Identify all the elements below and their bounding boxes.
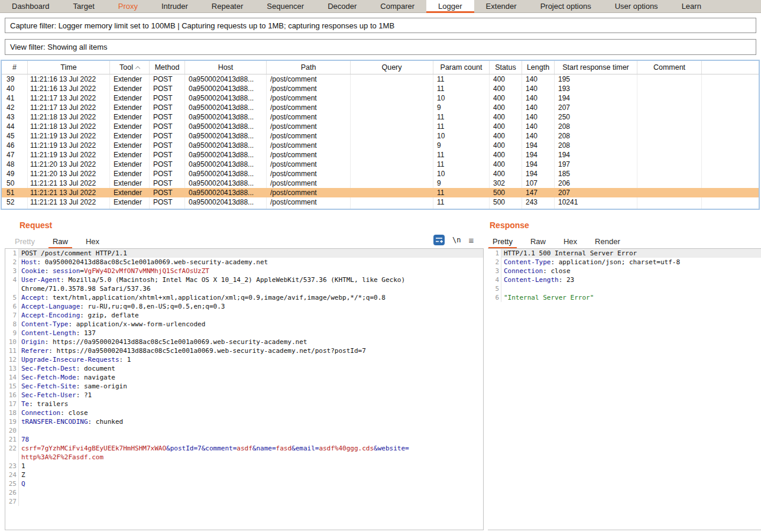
- cell-comment: [637, 122, 702, 131]
- cell-comment: [637, 93, 702, 103]
- column-header-method[interactable]: Method: [150, 61, 185, 74]
- tab-user-options[interactable]: User options: [603, 0, 670, 12]
- cell-method: POST: [150, 141, 185, 150]
- cell-tool: Extender: [110, 160, 150, 169]
- cell-host: 0a9500020413d88...: [185, 207, 267, 210]
- code-line: 26: [5, 488, 483, 497]
- cell-host: 0a9500020413d88...: [185, 131, 267, 141]
- main-tab-bar: DashboardTargetProxyIntruderRepeaterSequ…: [0, 0, 761, 13]
- newline-toggle-icon[interactable]: \n: [452, 236, 461, 244]
- logger-table[interactable]: #TimeToolMethodHostPathQueryParam countS…: [1, 60, 760, 210]
- column-header-tool[interactable]: Tool: [110, 61, 150, 74]
- cell-time: 11:21:19 13 Jul 2022: [28, 131, 110, 141]
- table-row[interactable]: 5111:21:21 13 Jul 2022ExtenderPOST0a9500…: [2, 188, 759, 197]
- cell-time: 11:21:17 13 Jul 2022: [28, 103, 110, 112]
- line-text: Content-Type: application/x-www-form-url…: [19, 320, 483, 329]
- code-line: 18Connection: close: [5, 408, 483, 417]
- response-tab-render[interactable]: Render: [590, 236, 626, 247]
- editor-search-icon[interactable]: [433, 235, 445, 245]
- table-row[interactable]: 4811:21:20 13 Jul 2022ExtenderPOST0a9500…: [2, 160, 759, 169]
- column-header-host[interactable]: Host: [185, 61, 267, 74]
- code-line: Chrome/71.0.3578.98 Safari/537.36: [5, 284, 483, 293]
- line-number: 6: [5, 302, 18, 311]
- code-line: 24Z: [5, 471, 483, 479]
- cell-length: 140: [522, 84, 555, 93]
- line-text: Z: [19, 471, 483, 479]
- response-tab-pretty[interactable]: Pretty: [487, 236, 518, 247]
- tab-proxy[interactable]: Proxy: [106, 0, 150, 12]
- request-tab-raw[interactable]: Raw: [47, 236, 73, 247]
- code-line: 17Te: trailers: [5, 400, 483, 408]
- line-text: Accept-Language: ru-RU,ru;q=0.8,en-US;q=…: [19, 302, 483, 311]
- column-header-path[interactable]: Path: [267, 61, 351, 74]
- line-number: 4: [488, 275, 501, 284]
- tab-extender[interactable]: Extender: [474, 0, 529, 12]
- tab-target[interactable]: Target: [61, 0, 106, 12]
- line-number: 10: [5, 338, 18, 346]
- view-filter-bar[interactable]: View filter: Showing all items: [5, 39, 756, 55]
- column-header-comment[interactable]: Comment: [637, 61, 702, 74]
- code-line: 8Content-Type: application/x-www-form-ur…: [5, 320, 483, 329]
- table-row[interactable]: 5211:21:21 13 Jul 2022ExtenderPOST0a9500…: [2, 197, 759, 207]
- request-tab-hex[interactable]: Hex: [80, 236, 105, 247]
- code-line: 16Sec-Fetch-User: ?1: [5, 391, 483, 400]
- line-text: Cookie: session=VgFWy4D2vMfON7vMNMhjQ1Sc…: [19, 267, 483, 275]
- code-line: 3Cookie: session=VgFWy4D2vMfON7vMNMhjQ1S…: [5, 267, 483, 275]
- editor-menu-icon[interactable]: ≡: [468, 235, 474, 245]
- request-tabs: PrettyRawHex: [9, 235, 112, 247]
- table-row[interactable]: 4011:21:16 13 Jul 2022ExtenderPOST0a9500…: [2, 84, 759, 93]
- line-number: 2: [488, 258, 501, 267]
- line-number: 11: [5, 346, 18, 355]
- table-row[interactable]: 4911:21:20 13 Jul 2022ExtenderPOST0a9500…: [2, 169, 759, 179]
- column-header-param-count[interactable]: Param count: [433, 61, 490, 74]
- line-number: 21: [5, 435, 18, 444]
- tab-logger[interactable]: Logger: [426, 0, 474, 12]
- cell-filler: [702, 84, 759, 93]
- table-row[interactable]: 4711:21:19 13 Jul 2022ExtenderPOST0a9500…: [2, 150, 759, 160]
- cell-param_count: 11: [433, 188, 490, 197]
- cell-comment: [637, 150, 702, 160]
- response-tab-hex[interactable]: Hex: [558, 236, 582, 247]
- tab-project-options[interactable]: Project options: [529, 0, 603, 12]
- tab-repeater[interactable]: Repeater: [200, 0, 255, 12]
- tab-dashboard[interactable]: Dashboard: [0, 0, 61, 12]
- tab-intruder[interactable]: Intruder: [150, 0, 200, 12]
- table-row[interactable]: 5011:21:21 13 Jul 2022ExtenderPOST0a9500…: [2, 179, 759, 188]
- table-row[interactable]: 4211:21:17 13 Jul 2022ExtenderPOST0a9500…: [2, 103, 759, 112]
- column-header-num[interactable]: #: [2, 61, 28, 74]
- cell-query: [351, 169, 433, 179]
- line-text: Sec-Fetch-Site: same-origin: [19, 382, 483, 391]
- column-header-start-response-timer[interactable]: Start response timer: [555, 61, 637, 74]
- table-row[interactable]: 5311:21:22 13 Jul 2022ExtenderPOST0a9500…: [2, 207, 759, 210]
- table-row[interactable]: 3911:21:16 13 Jul 2022ExtenderPOST0a9500…: [2, 74, 759, 84]
- request-tab-pretty[interactable]: Pretty: [9, 236, 40, 247]
- column-header-query[interactable]: Query: [351, 61, 433, 74]
- table-row[interactable]: 4411:21:18 13 Jul 2022ExtenderPOST0a9500…: [2, 122, 759, 131]
- cell-query: [351, 131, 433, 141]
- table-row[interactable]: 4311:21:18 13 Jul 2022ExtenderPOST0a9500…: [2, 112, 759, 122]
- cell-query: [351, 74, 433, 84]
- column-header-length[interactable]: Length: [522, 61, 555, 74]
- table-row[interactable]: 4611:21:19 13 Jul 2022ExtenderPOST0a9500…: [2, 141, 759, 150]
- cell-start_response_timer: 194: [555, 150, 637, 160]
- cell-query: [351, 188, 433, 197]
- tab-sequencer[interactable]: Sequencer: [255, 0, 316, 12]
- cell-length: 194: [522, 141, 555, 150]
- tab-learn[interactable]: Learn: [670, 0, 713, 12]
- column-header-time[interactable]: Time: [28, 61, 110, 74]
- code-line: 4User-Agent: Mozilla/5.0 (Macintosh; Int…: [5, 275, 483, 284]
- cell-num: 50: [2, 179, 28, 188]
- code-line: 13Sec-Fetch-Dest: document: [5, 364, 483, 373]
- cell-time: 11:21:20 13 Jul 2022: [28, 160, 110, 169]
- request-editor[interactable]: 1POST /post/comment HTTP/1.12Host: 0a950…: [5, 248, 484, 530]
- response-editor[interactable]: 1HTTP/1.1 500 Internal Server Error2Cont…: [488, 248, 761, 530]
- table-row[interactable]: 4511:21:19 13 Jul 2022ExtenderPOST0a9500…: [2, 131, 759, 141]
- column-header-status[interactable]: Status: [490, 61, 522, 74]
- tab-decoder[interactable]: Decoder: [316, 0, 368, 12]
- cell-param_count: 11: [433, 122, 490, 131]
- tab-comparer[interactable]: Comparer: [368, 0, 426, 12]
- capture-filter-bar[interactable]: Capture filter: Logger memory limit set …: [5, 18, 756, 33]
- table-row[interactable]: 4111:21:17 13 Jul 2022ExtenderPOST0a9500…: [2, 93, 759, 103]
- cell-time: 11:21:20 13 Jul 2022: [28, 169, 110, 179]
- response-tab-raw[interactable]: Raw: [525, 236, 551, 247]
